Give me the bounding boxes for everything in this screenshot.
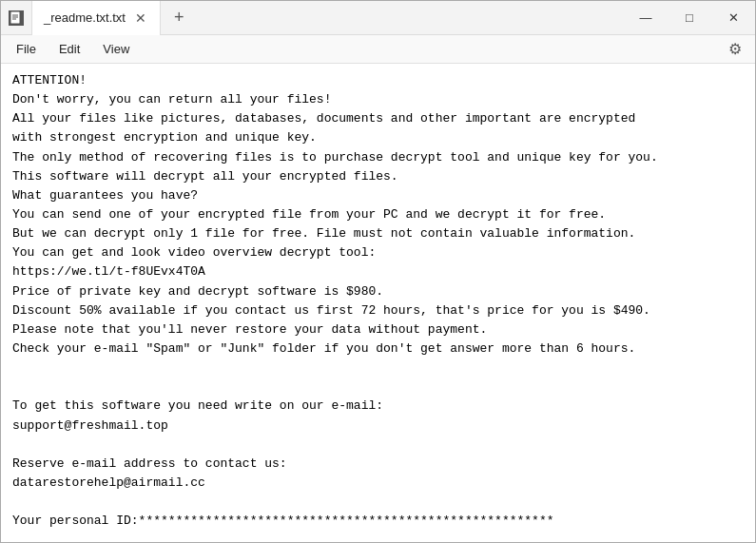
minimize-button[interactable]: — — [624, 1, 668, 35]
menu-edit[interactable]: Edit — [48, 38, 91, 60]
active-tab[interactable]: _readme.txt.txt ✕ — [31, 1, 161, 35]
new-tab-button[interactable]: + — [161, 1, 198, 35]
tab-label: _readme.txt.txt — [44, 10, 126, 25]
main-window: _readme.txt.txt ✕ + — □ ✕ File Edit View… — [0, 0, 756, 543]
menu-file[interactable]: File — [5, 38, 48, 60]
app-icon — [9, 10, 24, 26]
close-button[interactable]: ✕ — [711, 1, 755, 35]
settings-icon[interactable]: ⚙ — [719, 36, 751, 62]
tab-strip: _readme.txt.txt ✕ + — [31, 1, 624, 35]
file-content: ATTENTION! Don't worry, you can return a… — [12, 71, 744, 531]
maximize-button[interactable]: □ — [668, 1, 711, 35]
menu-bar: File Edit View ⚙ — [1, 35, 755, 64]
tab-close-button[interactable]: ✕ — [133, 10, 148, 26]
content-area[interactable]: ATTENTION! Don't worry, you can return a… — [1, 64, 755, 542]
title-bar: _readme.txt.txt ✕ + — □ ✕ — [1, 1, 755, 35]
window-controls: — □ ✕ — [624, 1, 755, 35]
menu-view[interactable]: View — [91, 38, 141, 60]
